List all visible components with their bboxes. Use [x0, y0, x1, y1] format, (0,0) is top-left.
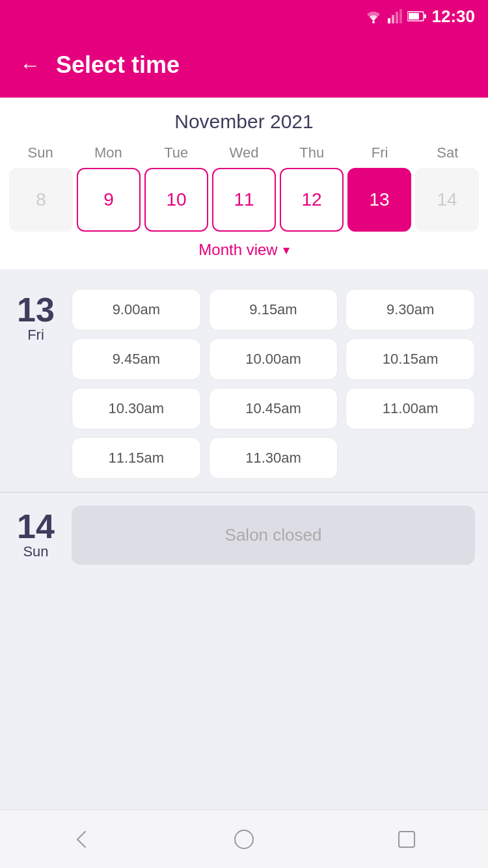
signal-icon [388, 9, 402, 23]
svg-rect-3 [396, 12, 398, 23]
status-bar: 12:30 [0, 0, 488, 33]
day-name: Sun [23, 543, 48, 560]
weekday-label: Tue [142, 144, 210, 161]
nav-back-button[interactable] [67, 825, 96, 854]
home-nav-icon [232, 828, 256, 851]
svg-rect-9 [399, 832, 414, 847]
svg-rect-2 [392, 15, 394, 23]
day-number: 13 [17, 293, 55, 327]
weekday-label: Sun [7, 144, 74, 161]
svg-rect-6 [409, 13, 419, 20]
day-block: 13Fri9.00am9.15am9.30am9.45am10.00am10.1… [0, 276, 488, 492]
nav-recent-button[interactable] [392, 825, 421, 854]
bottom-nav [0, 809, 488, 868]
header-title: Select time [56, 51, 180, 79]
weekday-row: SunMonTueWedThuFriSat [7, 144, 481, 161]
dates-row: 891011121314 [7, 168, 481, 232]
month-title: November 2021 [7, 111, 481, 133]
back-button[interactable]: ← [20, 53, 40, 77]
time-slot[interactable]: 9.45am [72, 338, 201, 380]
weekday-label: Sat [414, 144, 481, 161]
calendar-date: 8 [9, 168, 73, 232]
weekday-label: Mon [74, 144, 142, 161]
calendar-date[interactable]: 13 [347, 168, 411, 232]
svg-point-0 [372, 21, 375, 23]
calendar-date: 14 [415, 168, 479, 232]
svg-rect-4 [400, 9, 402, 23]
time-section: 13Fri9.00am9.15am9.30am9.45am10.00am10.1… [0, 269, 488, 809]
weekday-label: Fri [346, 144, 413, 161]
time-slot[interactable]: 9.00am [72, 289, 201, 331]
header: ← Select time [0, 33, 488, 98]
calendar-date[interactable]: 10 [144, 168, 208, 232]
time-slot[interactable]: 10.00am [209, 338, 338, 380]
salon-closed: Salon closed [72, 506, 475, 565]
calendar-date[interactable]: 12 [280, 168, 344, 232]
back-nav-icon [70, 828, 93, 851]
svg-point-8 [235, 830, 253, 848]
wifi-icon [364, 9, 383, 23]
time-slot[interactable]: 9.15am [209, 289, 338, 331]
time-slot[interactable]: 11.00am [346, 388, 475, 429]
svg-rect-1 [388, 18, 390, 23]
calendar-date[interactable]: 11 [212, 168, 276, 232]
time-slot[interactable]: 11.15am [72, 437, 201, 479]
calendar: November 2021 SunMonTueWedThuFriSat 8910… [0, 98, 488, 269]
status-time: 12:30 [432, 7, 476, 27]
day-name: Fri [27, 327, 44, 344]
day-label: 13Fri [13, 289, 59, 479]
chevron-down-icon: ▾ [283, 242, 290, 258]
day-number: 14 [17, 509, 55, 543]
day-block: 14SunSalon closed [0, 493, 488, 578]
time-slot[interactable]: 10.45am [209, 388, 338, 429]
calendar-date[interactable]: 9 [77, 168, 141, 232]
time-slot[interactable]: 10.15am [346, 338, 475, 380]
day-label: 14Sun [13, 506, 59, 565]
svg-rect-7 [424, 14, 426, 18]
status-icons: 12:30 [364, 7, 476, 27]
month-view-toggle[interactable]: Month view ▾ [7, 232, 481, 263]
recent-nav-icon [395, 828, 418, 851]
month-view-label: Month view [198, 241, 277, 259]
battery-icon [407, 10, 427, 22]
weekday-label: Thu [278, 144, 346, 161]
time-slot[interactable]: 9.30am [346, 289, 475, 331]
time-slot[interactable]: 11.30am [209, 437, 338, 479]
weekday-label: Wed [210, 144, 278, 161]
time-slot[interactable]: 10.30am [72, 388, 201, 429]
time-slots-grid: 9.00am9.15am9.30am9.45am10.00am10.15am10… [72, 289, 475, 479]
nav-home-button[interactable] [230, 825, 258, 854]
